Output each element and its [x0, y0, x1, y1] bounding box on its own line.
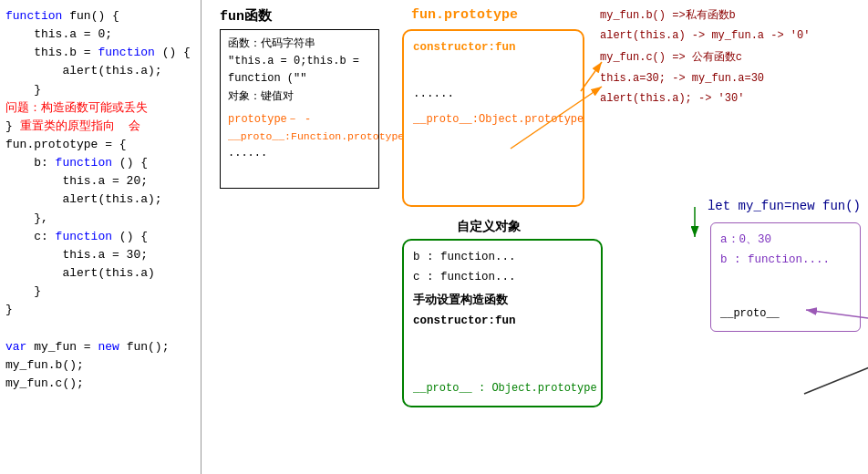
fun-box-dots: ......: [228, 145, 371, 162]
proto-label: fun.prototype: [411, 7, 518, 23]
fun-box-proto2: __proto__:Function.prototype: [228, 129, 371, 145]
code-line-17: }: [5, 301, 195, 319]
code-line-4: alert(this.a);: [5, 62, 195, 80]
fun-box: 函数：代码字符串 "this.a = 0;this.b = function (…: [220, 29, 379, 189]
code-line-9: b: function () {: [5, 154, 195, 172]
myfun-b-line: b : function....: [720, 251, 851, 271]
proto-obj-proto: __proto__:Object.prototype: [413, 113, 584, 126]
code-text: fun() {: [62, 9, 119, 23]
ann-line4: this.a=30; -> my_fun.a=30: [600, 68, 864, 88]
code-line-19: var my_fun = new fun();: [5, 338, 195, 356]
code-line-1: function fun() {: [5, 7, 195, 26]
fun-label: fun函数: [220, 7, 272, 25]
proto-dots: ......: [413, 85, 574, 104]
code-line-11: alert(this.a);: [5, 191, 195, 209]
fun-box-prototype: prototype－ -: [228, 111, 371, 129]
custom-box: b : function... c : function... 手动设置构造函数…: [402, 239, 603, 407]
myfun-a-line: a：0、30: [720, 231, 851, 251]
code-line-14: this.a = 30;: [5, 246, 195, 264]
ann-line5: alert(this.a); -> '30': [600, 88, 864, 108]
code-line-10: this.a = 20;: [5, 172, 195, 191]
code-line-16: }: [5, 283, 195, 301]
diagram-area: fun函数 函数：代码字符串 "this.a = 0;this.b = func…: [202, 0, 868, 474]
fun-box-line2: "this.a = 0;this.b =: [228, 53, 371, 70]
myfun-label: let my_fun=new fun(): [708, 199, 861, 213]
code-line-2: this.a = 0;: [5, 26, 195, 44]
code-line-12: },: [5, 210, 195, 228]
code-warning-line: 问题：构造函数可能或丢失: [5, 99, 195, 118]
ann-line1: my_fun.b() =>私有函数b: [600, 5, 864, 26]
custom-manual-label: 手动设置构造函数: [413, 292, 592, 312]
keyword-function: function: [5, 9, 62, 23]
code-line-blank: [5, 319, 195, 337]
ann-line2: alert(this.a) -> my_fun.a -> '0': [600, 26, 864, 46]
code-line-21: my_fun.c();: [5, 375, 195, 393]
code-line-7: } 重置类的原型指向 会: [5, 118, 195, 136]
code-panel: function fun() { this.a = 0; this.b = fu…: [0, 0, 201, 474]
custom-c-line: c : function...: [413, 268, 592, 288]
svg-line-6: [804, 351, 868, 394]
myfun-box: a：0、30 b : function.... __proto__: [710, 222, 861, 332]
proto-constructor: constructor:fun: [413, 38, 574, 57]
fun-box-line1: 函数：代码字符串: [228, 36, 371, 53]
myfun-proto-ref: __proto__: [720, 304, 780, 324]
custom-constructor-fun: constructor:fun: [413, 312, 592, 332]
fun-box-line3: function ("": [228, 70, 371, 88]
annotations: my_fun.b() =>私有函数b alert(this.a) -> my_f…: [600, 5, 864, 108]
proto-box: constructor:fun ...... __proto__:Object.…: [402, 29, 584, 207]
code-line-3: this.b = function () {: [5, 44, 195, 62]
custom-b-line: b : function...: [413, 248, 592, 268]
code-line-20: my_fun.b();: [5, 356, 195, 375]
code-line-8: fun.prototype = {: [5, 136, 195, 154]
custom-obj-proto: __proto__ : Object.prototype: [413, 379, 597, 398]
ann-line3: my_fun.c() => 公有函数c: [600, 47, 864, 67]
code-line-15: alert(this.a): [5, 264, 195, 283]
fun-box-line4: 对象：键值对: [228, 88, 371, 106]
code-line-5: }: [5, 81, 195, 99]
code-line-13: c: function () {: [5, 228, 195, 246]
custom-label: 自定义对象: [457, 219, 521, 235]
